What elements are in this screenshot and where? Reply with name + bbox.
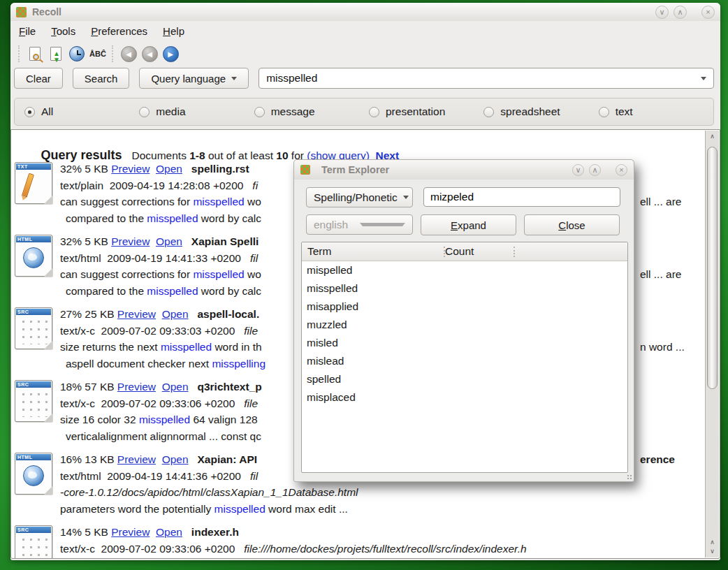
menu-preferences[interactable]: Preferences	[91, 25, 147, 37]
term-row[interactable]: misapplied	[302, 298, 627, 316]
preview-link[interactable]: Preview	[111, 526, 150, 538]
close-button[interactable]: Close	[524, 214, 620, 235]
prev-page-icon[interactable]: ◀	[139, 44, 160, 64]
term-explorer-dialog: Term Explorer ∨ ∧ × Spelling/Phonetic en…	[293, 159, 634, 482]
filter-radio-presentation[interactable]: presentation	[369, 105, 483, 118]
main-titlebar[interactable]: Recoll ∨ ∧ ×	[10, 3, 720, 21]
src-file-icon: SRC	[15, 380, 52, 422]
preview-link[interactable]: Preview	[111, 163, 150, 175]
term-row[interactable]: muzzled	[302, 316, 627, 334]
column-header-term[interactable]: Term	[302, 245, 439, 258]
radio-icon[interactable]	[24, 107, 35, 117]
column-resize-grip[interactable]	[514, 247, 515, 257]
term-row[interactable]: misled	[302, 334, 627, 352]
term-input[interactable]	[430, 191, 613, 203]
filter-radio-media[interactable]: media	[139, 105, 254, 118]
dialog-title: Term Explorer	[321, 164, 389, 175]
result-snippet-fragment: erence	[640, 451, 675, 468]
open-link[interactable]: Open	[156, 235, 182, 247]
menu-file[interactable]: File	[19, 25, 36, 37]
term-table-header[interactable]: Term Count	[302, 242, 627, 261]
expand-mode-dropdown[interactable]: Spelling/Phonetic	[306, 187, 413, 207]
results-title: Query results	[41, 148, 122, 162]
next-page-icon[interactable]: ▶	[160, 44, 181, 64]
toolbar: ▲▼ ÅBĈ ◀ ◀ ▶	[10, 41, 720, 66]
radio-icon[interactable]	[139, 107, 150, 117]
search-input[interactable]	[266, 72, 695, 85]
window-title: Recoll	[32, 6, 61, 17]
open-link[interactable]: Open	[156, 526, 182, 538]
search-row: Clear Search Query language	[14, 67, 714, 89]
filter-radio-text[interactable]: text	[599, 105, 713, 118]
open-link[interactable]: Open	[156, 163, 182, 175]
preview-link[interactable]: Preview	[117, 381, 156, 393]
menu-help[interactable]: Help	[163, 25, 184, 37]
preview-link[interactable]: Preview	[117, 453, 156, 465]
shade-window-icon[interactable]: ∨	[572, 164, 584, 176]
close-window-icon[interactable]: ×	[616, 164, 627, 176]
clear-button[interactable]: Clear	[14, 68, 63, 89]
filter-label: media	[156, 105, 185, 118]
filter-radio-spreadsheet[interactable]: spreadsheet	[483, 105, 598, 118]
radio-icon[interactable]	[599, 107, 609, 117]
shade-window-icon[interactable]: ∨	[655, 6, 669, 19]
src-file-icon: SRC	[15, 307, 52, 349]
first-page-icon[interactable]: ◀	[118, 44, 139, 64]
close-window-icon[interactable]: ×	[701, 6, 715, 19]
column-resize-grip[interactable]	[444, 247, 445, 257]
term-row[interactable]: mislead	[302, 352, 627, 370]
filter-label: text	[616, 105, 633, 118]
chevron-down-icon[interactable]	[701, 77, 706, 80]
dialog-titlebar[interactable]: Term Explorer ∨ ∧ ×	[294, 160, 634, 180]
result-snippet-fragment: ell ... are	[640, 266, 681, 283]
toolbar-separator	[112, 45, 115, 62]
language-dropdown[interactable]: english	[306, 214, 413, 235]
document-preview-icon[interactable]	[24, 44, 45, 64]
term-row[interactable]: misspelled	[302, 279, 627, 298]
chevron-down-icon	[403, 196, 409, 199]
radio-icon[interactable]	[254, 107, 265, 117]
history-icon[interactable]	[66, 44, 87, 64]
expand-button[interactable]: Expand	[421, 214, 516, 235]
filter-radio-all[interactable]: All	[24, 105, 139, 118]
radio-icon[interactable]	[483, 107, 494, 117]
maximize-window-icon[interactable]: ∧	[674, 6, 687, 19]
toolbar-separator	[18, 45, 21, 62]
maximize-window-icon[interactable]: ∧	[589, 164, 601, 176]
filter-label: spreadsheet	[500, 105, 560, 118]
term-row[interactable]: mispelled	[302, 261, 627, 279]
txt-file-icon: TXT	[15, 162, 52, 204]
scrollbar-thumb[interactable]	[707, 147, 718, 389]
filter-label: presentation	[386, 105, 445, 118]
menu-tools[interactable]: Tools	[51, 25, 75, 37]
radio-icon[interactable]	[369, 107, 379, 117]
search-query-combobox[interactable]	[259, 68, 714, 89]
update-index-icon[interactable]: ▲▼	[45, 44, 66, 64]
spellcheck-icon[interactable]: ÅBĈ	[87, 44, 108, 64]
scroll-up-icon[interactable]: ∧	[706, 131, 719, 142]
term-table: Term Count mispelledmisspelledmisapplied…	[301, 242, 628, 473]
result-snippet-fragment: ell ... are	[640, 193, 681, 210]
open-link[interactable]: Open	[162, 381, 189, 393]
filter-label: All	[41, 105, 53, 118]
results-range: 1-8	[189, 149, 205, 161]
dialog-resize-grip[interactable]	[627, 474, 632, 480]
scroll-down-icon[interactable]: ∨	[706, 546, 719, 557]
filter-radio-message[interactable]: message	[254, 105, 369, 118]
recoll-app-icon	[16, 7, 27, 17]
open-link[interactable]: Open	[162, 453, 189, 465]
open-link[interactable]: Open	[162, 308, 189, 320]
menubar: File Tools Preferences Help	[10, 21, 720, 41]
category-filter-row: Allmediamessagepresentationspreadsheette…	[14, 98, 714, 126]
term-row[interactable]: misplaced	[302, 388, 627, 407]
results-scrollbar[interactable]: ∧ ∧ ∨	[705, 131, 719, 557]
query-language-dropdown[interactable]: Query language	[139, 68, 249, 89]
recoll-app-icon	[300, 165, 310, 175]
term-input-wrap	[423, 187, 620, 207]
term-row[interactable]: spelled	[302, 370, 627, 388]
results-total: 10	[276, 149, 288, 161]
search-button[interactable]: Search	[73, 68, 130, 89]
preview-link[interactable]: Preview	[111, 235, 150, 247]
preview-link[interactable]: Preview	[117, 308, 156, 320]
result-item[interactable]: SRC14% 5 KB Preview Open indexer.htext/x…	[11, 524, 704, 559]
